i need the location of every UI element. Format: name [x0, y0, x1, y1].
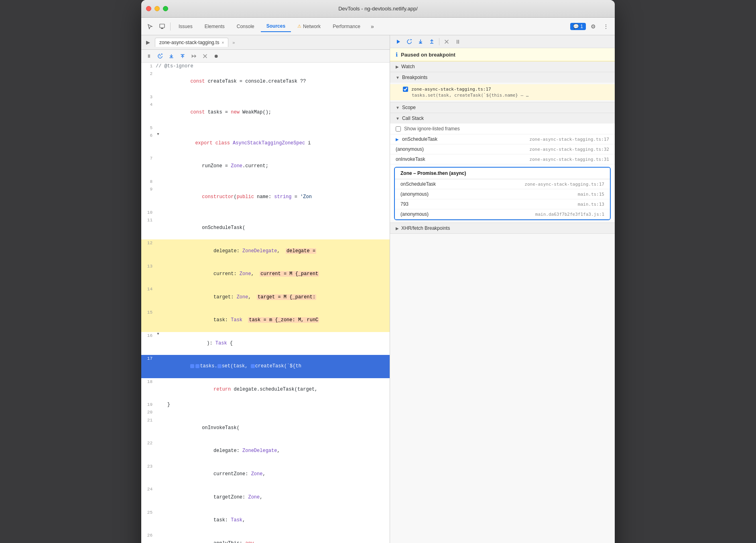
code-line-19: 19 }: [141, 401, 390, 409]
warning-icon: ⚠: [297, 24, 301, 29]
breakpoint-checkbox[interactable]: [403, 87, 408, 92]
code-line-23: 23 currentZone: Zone,: [141, 463, 390, 486]
expand-tabs-button[interactable]: »: [229, 38, 238, 47]
watch-label: Watch: [401, 64, 415, 69]
stack-arrow-0: ▶: [396, 137, 399, 142]
code-line-3: 3: [141, 93, 390, 101]
stack-fn-2: onInvokeTask: [396, 156, 529, 162]
stack-fn-1: (anonymous): [396, 146, 529, 152]
code-panel: ▶ zone-async-stack-tagging.ts × » ⏸: [141, 35, 390, 543]
stack-location-2: zone-async-stack-tagging.ts:31: [529, 157, 609, 162]
step-into-button[interactable]: [416, 37, 425, 47]
close-button[interactable]: [146, 6, 151, 11]
tab-elements[interactable]: Elements: [199, 21, 230, 32]
ignore-checkbox[interactable]: [396, 126, 401, 132]
code-line-1: 1 // @ts-ignore: [141, 63, 390, 70]
code-line-25: 25 task: Task,: [141, 509, 390, 532]
paused-text: Paused on breakpoint: [401, 52, 455, 58]
stack-fn-0: onScheduleTask: [402, 136, 529, 142]
tab-sources[interactable]: Sources: [261, 21, 291, 32]
async-entry-0[interactable]: onScheduleTask zone-async-stack-tagging.…: [395, 179, 610, 189]
collapse-arrow-16[interactable]: ▼: [156, 332, 161, 337]
watch-section-header[interactable]: ▶ Watch: [390, 61, 615, 72]
pause-script-icon[interactable]: ⏸: [144, 52, 153, 61]
debug-sep-1: [439, 38, 439, 45]
ignore-row: Show ignore-listed frames: [390, 124, 615, 134]
stack-location-0: zone-async-stack-tagging.ts:17: [529, 137, 609, 142]
async-entry-1[interactable]: (anonymous) main.ts:15: [395, 189, 610, 199]
code-line-10: 10: [141, 209, 390, 217]
file-tab-active[interactable]: zone-async-stack-tagging.ts ×: [155, 38, 228, 47]
xhr-arrow: ▶: [396, 226, 399, 231]
maximize-button[interactable]: [163, 6, 168, 11]
code-editor[interactable]: 1 // @ts-ignore 2 const createTask = con…: [141, 63, 390, 543]
async-title: Zone – Promise.then (async): [395, 168, 610, 179]
more-tabs-icon[interactable]: »: [367, 21, 378, 32]
tab-issues[interactable]: Issues: [173, 21, 198, 32]
ignore-label: Show ignore-listed frames: [404, 126, 460, 132]
async-location-1: main.ts:15: [578, 192, 604, 197]
window-title: DevTools - ng-devtools.netlify.app/: [338, 6, 418, 12]
code-line-7: 7 runZone = Zone.current;: [141, 155, 390, 178]
xhr-header[interactable]: ▶ XHR/fetch Breakpoints: [390, 223, 615, 233]
breakpoint-file: zone-async-stack-tagging.ts:17: [411, 87, 491, 92]
step-over-button[interactable]: [404, 37, 414, 47]
async-entries: onScheduleTask zone-async-stack-tagging.…: [395, 179, 610, 219]
code-line-5: 5: [141, 124, 390, 132]
minimize-button[interactable]: [154, 6, 160, 11]
code-line-24: 24 targetZone: Zone,: [141, 486, 390, 509]
pause-exceptions-button[interactable]: ⏸: [453, 37, 463, 47]
cursor-icon[interactable]: [144, 21, 156, 32]
async-entry-3[interactable]: (anonymous) main.da63f7b2fe3f1fa3.js:1: [395, 209, 610, 219]
watch-section: ▶ Watch: [390, 61, 615, 72]
breakpoint-code: tasks.set(task, createTask(`${this.name}…: [412, 92, 609, 98]
collapse-arrow-6[interactable]: ▼: [156, 132, 161, 137]
stack-entry-1[interactable]: (anonymous) zone-async-stack-tagging.ts:…: [390, 144, 615, 154]
chat-badge[interactable]: 💬 1: [570, 23, 586, 30]
breakpoints-arrow: ▼: [396, 75, 400, 80]
more-options-button[interactable]: ⋮: [600, 21, 612, 32]
callstack-header[interactable]: ▼ Call Stack: [390, 113, 615, 124]
inspect-icon[interactable]: [156, 21, 168, 32]
svg-rect-0: [160, 24, 165, 28]
async-entry-2[interactable]: 793 main.ts:13: [395, 199, 610, 209]
xhr-label: XHR/fetch Breakpoints: [401, 225, 450, 231]
step-out-button[interactable]: [427, 37, 437, 47]
step-out-icon[interactable]: [178, 52, 187, 61]
resume-button[interactable]: [393, 37, 403, 47]
tab-console[interactable]: Console: [231, 21, 260, 32]
stack-entry-2[interactable]: onInvokeTask zone-async-stack-tagging.ts…: [390, 154, 615, 164]
breakpoints-list: zone-async-stack-tagging.ts:17 tasks.set…: [390, 83, 615, 102]
code-line-2: 2 const createTask = console.createTask …: [141, 70, 390, 93]
async-fn-3: (anonymous): [400, 211, 535, 217]
debug-scroll-area[interactable]: ℹ Paused on breakpoint ▶ Watch ▼ Breakpo…: [390, 48, 615, 543]
file-tab-close-button[interactable]: ×: [222, 41, 224, 45]
breakpoints-header[interactable]: ▼ Breakpoints: [390, 72, 615, 83]
settings-button[interactable]: ⚙: [587, 21, 599, 32]
stack-location-1: zone-async-stack-tagging.ts:32: [529, 147, 609, 152]
scope-arrow: ▼: [396, 105, 400, 110]
pause-on-exceptions-icon[interactable]: ⏺: [212, 52, 221, 61]
file-tab-name: zone-async-stack-tagging.ts: [159, 40, 219, 45]
sidebar-toggle-button[interactable]: ▶: [143, 37, 153, 48]
scope-header[interactable]: ▼ Scope: [390, 102, 615, 113]
deactivate-breakpoints-button[interactable]: [442, 37, 451, 47]
stack-entry-0[interactable]: ▶ onScheduleTask zone-async-stack-taggin…: [390, 134, 615, 144]
step-over-icon[interactable]: [156, 52, 165, 61]
toolbar-divider-1: [170, 22, 171, 30]
step-icon[interactable]: [189, 52, 198, 61]
async-location-0: zone-async-stack-tagging.ts:17: [524, 182, 604, 187]
code-line-22: 22 delegate: ZoneDelegate,: [141, 440, 390, 463]
callstack-content: Show ignore-listed frames ▶ onScheduleTa…: [390, 124, 615, 220]
step-into-icon[interactable]: [167, 52, 176, 61]
async-location-2: main.ts:13: [578, 202, 604, 207]
devtools-window: DevTools - ng-devtools.netlify.app/ Issu…: [141, 0, 615, 543]
scope-section: ▼ Scope: [390, 102, 615, 113]
main-area: ▶ zone-async-stack-tagging.ts × » ⏸: [141, 35, 615, 543]
deactivate-breakpoints-icon[interactable]: [201, 52, 209, 61]
tab-performance[interactable]: Performance: [327, 21, 366, 32]
async-separator: Zone – Promise.then (async) onScheduleTa…: [394, 167, 611, 220]
debug-toolbar: ⏸: [390, 35, 615, 48]
tab-network[interactable]: ⚠ Network: [292, 21, 326, 32]
code-line-15: 15 task: Task task = m {_zone: M, runC: [141, 309, 390, 332]
